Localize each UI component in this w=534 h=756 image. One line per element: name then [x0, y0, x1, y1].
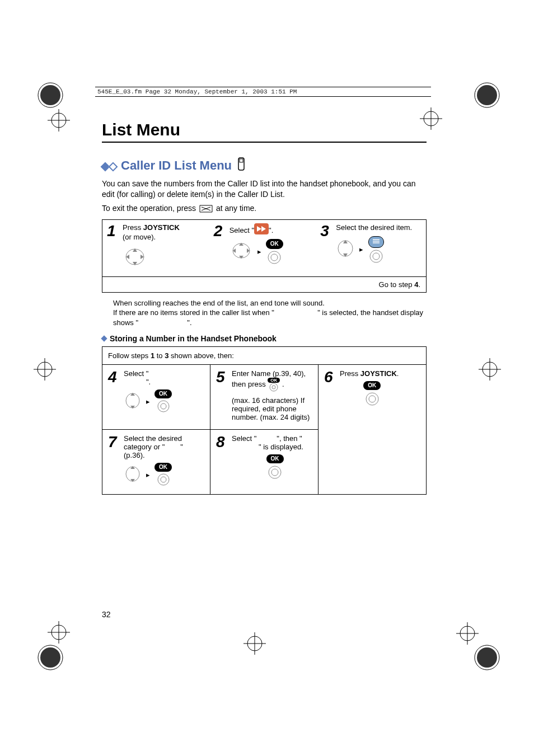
- step-3: 3 Select the desired item. ▸: [320, 223, 421, 264]
- crosshair-icon: [479, 358, 501, 381]
- sub-heading: Storing a Number in the Handset Phoneboo…: [110, 334, 277, 343]
- section-heading-row: Caller ID List Menu: [102, 157, 427, 174]
- ok-softkey-badge: OK: [266, 239, 283, 249]
- ok-softkey-badge: OK: [154, 463, 172, 472]
- joystick-4way-icon: [123, 246, 147, 271]
- ok-softkey-badge: OK: [154, 389, 172, 398]
- svg-point-1: [40, 85, 60, 105]
- registration-mark-icon: [34, 78, 67, 112]
- crosshair-icon: [48, 109, 70, 132]
- section-title: Caller ID List Menu: [121, 158, 232, 173]
- svg-point-49: [370, 250, 382, 262]
- handset-icon: [236, 157, 246, 174]
- sub-heading-row: Storing a Number in the Handset Phoneboo…: [102, 334, 427, 343]
- svg-point-58: [366, 393, 378, 405]
- step-4: 4 Select " ". ▸ OK: [102, 365, 210, 429]
- step-5: 5 Enter Name (p.39, 40), then press OK .…: [210, 365, 318, 429]
- step-1: 1 Press JOYSTICK (or move).: [107, 223, 208, 271]
- joystick-press-icon: [364, 391, 381, 407]
- menu-key-icon: [368, 236, 385, 264]
- step-8: 8 Select "", then "" is displayed. OK: [210, 429, 318, 494]
- svg-point-56: [270, 383, 278, 391]
- svg-point-54: [158, 401, 169, 412]
- joystick-updown-icon: [124, 464, 142, 486]
- ok-softkey-badge: OK: [266, 454, 284, 463]
- joystick-press-icon: [266, 250, 283, 265]
- page-title: List Menu: [102, 120, 427, 139]
- crosshair-icon: [456, 622, 479, 645]
- title-underline: [102, 142, 427, 143]
- ok-softkey-badge: OK: [363, 381, 381, 390]
- follow-steps-text: Follow steps 1 to 3 shown above, then:: [102, 347, 426, 365]
- svg-point-63: [158, 474, 169, 485]
- caller-list-icon: [254, 223, 269, 234]
- ok-joystick-inline-icon: OK: [268, 378, 280, 392]
- steps-1-3-box: 1 Press JOYSTICK (or move). 2 Select ": [102, 219, 427, 293]
- svg-rect-30: [240, 159, 243, 162]
- document-header-path: 545E_E_03.fm Page 32 Monday, September 1…: [95, 87, 431, 97]
- svg-point-5: [40, 647, 60, 668]
- joystick-4way-icon: [229, 240, 253, 264]
- registration-mark-icon: [470, 78, 504, 112]
- crosshair-icon: [48, 621, 70, 644]
- joystick-press-icon: [156, 400, 171, 413]
- svg-point-7: [477, 647, 497, 668]
- arrow-right-icon: ▸: [257, 247, 261, 257]
- step-7: 7 Select the desired category or "" (p.3…: [102, 429, 210, 494]
- registration-mark-icon: [470, 641, 504, 674]
- page-number: 32: [102, 610, 111, 619]
- scroll-note: When scrolling reaches the end of the li…: [113, 298, 427, 328]
- svg-point-3: [477, 85, 497, 105]
- intro-text-1: You can save the numbers from the Caller…: [102, 179, 427, 200]
- svg-point-41: [268, 251, 280, 264]
- crosshair-icon: [243, 632, 266, 655]
- step-6: 6 Press JOYSTICK. OK: [318, 365, 426, 429]
- joystick-updown-icon: [336, 238, 355, 262]
- joystick-press-icon: [156, 473, 171, 486]
- steps-4-8-box: Follow steps 1 to 3 shown above, then: 4…: [102, 346, 427, 495]
- svg-point-65: [269, 466, 281, 478]
- step-2: 2 Select " ". ▸ OK: [214, 223, 315, 265]
- cancel-key-icon: [198, 204, 216, 213]
- arrow-right-icon: ▸: [146, 471, 150, 479]
- crosshair-icon: [34, 358, 56, 381]
- registration-mark-icon: [34, 641, 67, 674]
- goto-step-4: Go to step 4.: [102, 276, 426, 292]
- arrow-right-icon: ▸: [359, 245, 363, 255]
- joystick-press-icon: [266, 464, 283, 480]
- arrow-right-icon: ▸: [146, 397, 150, 406]
- joystick-updown-icon: [124, 391, 142, 412]
- intro-text-2: To exit the operation, press at any time…: [102, 203, 427, 214]
- diamond-icon: [109, 162, 118, 172]
- empty-cell: [318, 429, 426, 494]
- diamond-icon: [101, 336, 107, 342]
